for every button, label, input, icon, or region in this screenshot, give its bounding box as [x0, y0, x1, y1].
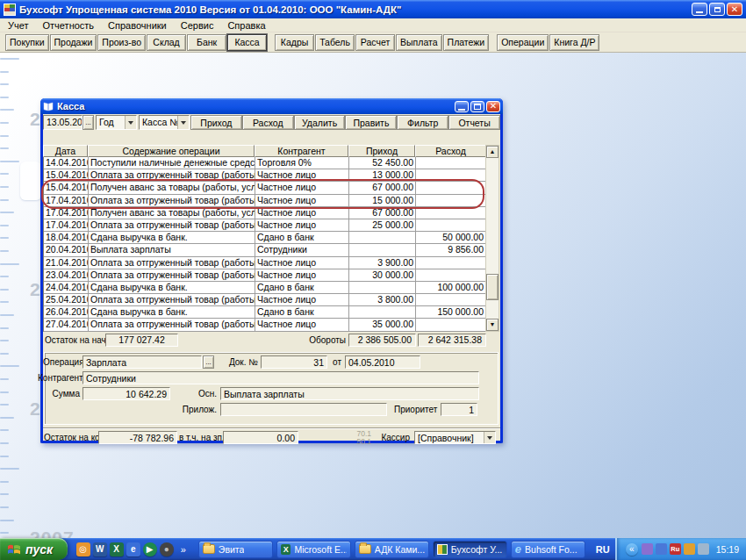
date-input[interactable]: 13.05.2010: [43, 115, 82, 130]
table-row[interactable]: 27.04.2010Оплата за отгруженный товар (р…: [44, 319, 486, 331]
table-row[interactable]: 15.04.2010Получен аванс за товары (работ…: [44, 182, 486, 194]
update-tray-icon[interactable]: [684, 543, 695, 555]
chevron-down-icon[interactable]: [125, 116, 136, 129]
header-prihod[interactable]: Приход: [348, 145, 415, 157]
cassa-action-button[interactable]: Расход: [242, 115, 294, 130]
display-tray-icon[interactable]: [698, 543, 709, 555]
ie-icon[interactable]: e: [126, 542, 140, 556]
cassa-action-button[interactable]: Приход: [190, 115, 242, 130]
toolbar-tab[interactable]: Касса: [227, 34, 267, 51]
table-row[interactable]: 23.04.2010Оплата за отгруженный товар (р…: [44, 269, 486, 282]
chevron-down-icon[interactable]: [484, 432, 495, 443]
date-picker-button[interactable]: ...: [82, 115, 94, 130]
cell-desc: Оплата за отгруженный товар (работы, усл…: [89, 195, 255, 206]
scrollbar-thumb[interactable]: [486, 274, 499, 300]
table-row[interactable]: 26.04.2010Сдана выручка в банк.Сдано в б…: [44, 306, 486, 319]
excel-icon[interactable]: X: [110, 542, 124, 556]
table-row[interactable]: 21.04.2010Оплата за отгруженный товар (р…: [44, 257, 486, 269]
toolbar-tab[interactable]: Кадры: [275, 34, 314, 51]
priloj-input[interactable]: [220, 403, 387, 416]
operation-picker-button[interactable]: ...: [203, 355, 214, 369]
cashier-combobox[interactable]: [Справочник]: [414, 431, 496, 444]
toolbar-tab[interactable]: Табель: [315, 34, 355, 51]
toolbar-tab[interactable]: Книга Д/Р: [549, 34, 599, 51]
priority-input[interactable]: 1: [441, 403, 477, 416]
cell-rashod: [416, 269, 486, 281]
task-item[interactable]: АДК Ками...: [355, 541, 429, 558]
app-tray-icon[interactable]: [642, 543, 653, 555]
doc-number-input[interactable]: 31: [261, 355, 327, 369]
tray-chevron-icon[interactable]: «: [626, 543, 638, 556]
table-row[interactable]: 24.04.2010Сдана выручка в банк.Сдано в б…: [44, 282, 486, 294]
toolbar-tab[interactable]: Платежи: [443, 34, 490, 51]
header-rashod[interactable]: Расход: [415, 145, 486, 157]
cassa-action-button[interactable]: Удалить: [294, 115, 346, 130]
osn-input[interactable]: Выплата зарплаты: [220, 387, 479, 400]
menu-item[interactable]: Отчетность: [43, 20, 95, 31]
register-combobox[interactable]: Касса №1: [139, 115, 190, 130]
doc-from-label: от: [329, 355, 341, 369]
cassa-action-button[interactable]: Править: [345, 115, 397, 130]
sum-input[interactable]: 10 642.29: [82, 387, 170, 400]
menu-item[interactable]: Сервис: [181, 20, 214, 31]
toolbar-tab[interactable]: Выплата: [396, 34, 442, 51]
cassa-minimize-button[interactable]: [455, 101, 469, 112]
toolbar-tab[interactable]: Произ-во: [97, 34, 146, 51]
cassa-action-button[interactable]: Отчеты: [448, 115, 500, 130]
table-row[interactable]: 25.04.2010Оплата за отгруженный товар (р…: [44, 294, 486, 306]
task-item[interactable]: Бухсофт У...: [433, 541, 507, 558]
task-item[interactable]: eBuhsoft Fo...: [511, 541, 585, 558]
cell-contragent: Частное лицо: [255, 269, 349, 281]
vertical-scrollbar[interactable]: ▲ ▼: [485, 145, 499, 332]
cassa-maximize-button[interactable]: [470, 101, 484, 112]
table-row[interactable]: 17.04.2010Получен аванс за товары (работ…: [44, 207, 486, 219]
toolbar-tab[interactable]: Склад: [147, 34, 186, 51]
ruler-tick: [0, 289, 9, 291]
close-button[interactable]: ✕: [727, 3, 742, 16]
menu-item[interactable]: Справочники: [108, 20, 167, 31]
table-row[interactable]: 14.04.2010Поступили наличные денежные ср…: [44, 157, 486, 169]
word-icon[interactable]: W: [93, 542, 107, 556]
cassa-titlebar[interactable]: Касса ✕: [40, 98, 503, 114]
start-button[interactable]: пуск: [0, 538, 68, 560]
toolbar-tab[interactable]: Покупки: [5, 34, 49, 51]
menu-item[interactable]: Справка: [227, 20, 265, 31]
header-contragent[interactable]: Контрагент: [255, 145, 348, 157]
table-row[interactable]: 17.04.2010Оплата за отгруженный товар (р…: [44, 195, 486, 207]
toolbar-tab[interactable]: Банк: [187, 34, 226, 51]
scroll-down-icon[interactable]: ▼: [486, 319, 499, 331]
media-player-icon[interactable]: ▶: [143, 542, 157, 556]
ru-layout-icon[interactable]: Ru: [670, 543, 681, 555]
app-round-icon[interactable]: ●: [160, 542, 174, 556]
chevron-down-icon[interactable]: [177, 116, 189, 129]
cell-contragent: Сдано в банк: [255, 306, 349, 318]
toolbar-tab[interactable]: Продажи: [50, 34, 97, 51]
cassa-close-button[interactable]: ✕: [486, 101, 500, 112]
table-row[interactable]: 17.04.2010Оплата за отгруженный товар (р…: [44, 219, 486, 232]
table-row[interactable]: 18.04.2010Сдана выручка в банк.Сдано в б…: [44, 232, 486, 244]
table-row[interactable]: 20.04.2010Выплата зарплатыСотрудники9 85…: [44, 244, 486, 256]
restore-button[interactable]: [709, 3, 725, 16]
doc-date-input[interactable]: 04.05.2010: [345, 355, 420, 369]
language-indicator[interactable]: RU: [596, 544, 610, 555]
cassa-action-button[interactable]: Фильтр: [397, 115, 448, 130]
operation-input[interactable]: Зарплата: [82, 355, 202, 369]
overflow-chevron-icon[interactable]: »: [181, 544, 186, 555]
toolbar-tab[interactable]: Расчет: [355, 34, 395, 51]
period-combobox[interactable]: Год: [96, 115, 137, 130]
contragent-input[interactable]: Сотрудники: [82, 371, 479, 384]
header-date[interactable]: Дата: [43, 145, 88, 157]
network-tray-icon[interactable]: [656, 543, 667, 555]
menu-item[interactable]: Учет: [8, 20, 29, 31]
task-item[interactable]: Эвита: [198, 541, 273, 558]
toolbar-tab[interactable]: Операции: [497, 34, 549, 51]
clock[interactable]: 15:19: [716, 544, 739, 555]
ruler-tick: [0, 520, 14, 521]
cell-date: 18.04.2010: [44, 232, 89, 243]
scroll-up-icon[interactable]: ▲: [486, 146, 499, 158]
table-row[interactable]: 15.04.2010Оплата за отгруженный товар (р…: [44, 169, 486, 182]
minimize-button[interactable]: [692, 3, 707, 16]
header-desc[interactable]: Содержание операции: [88, 145, 255, 157]
task-item[interactable]: XMicrosoft E...: [276, 541, 351, 558]
mail-icon[interactable]: ◎: [76, 542, 90, 556]
